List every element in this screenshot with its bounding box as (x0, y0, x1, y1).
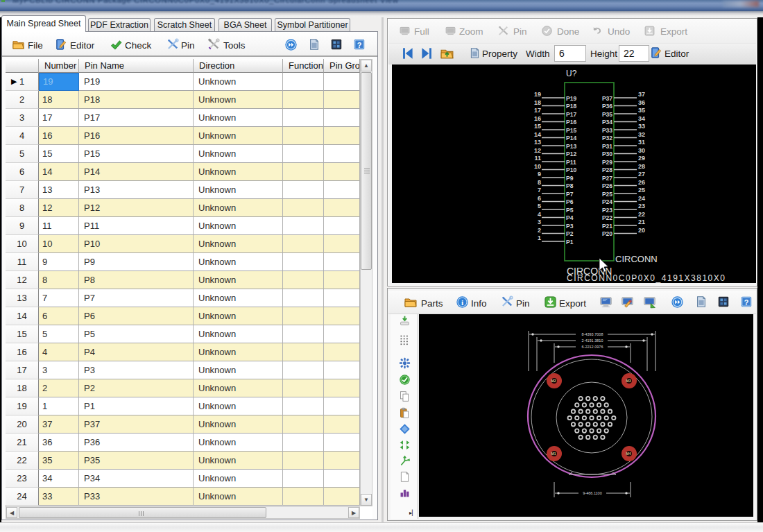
svg-text:?: ? (744, 298, 749, 307)
svg-text:15: 15 (534, 123, 541, 130)
svg-text:17: 17 (534, 107, 541, 114)
svg-text:P6: P6 (566, 198, 574, 205)
svg-text:P25: P25 (602, 191, 612, 198)
svg-text:P35: P35 (602, 111, 612, 118)
svg-text:11: 11 (534, 155, 541, 162)
svg-text:5: 5 (538, 203, 541, 209)
svg-text:P1: P1 (566, 239, 574, 246)
svg-text:20: 20 (638, 227, 645, 234)
svg-text:P9: P9 (566, 175, 574, 182)
svg-text:P21: P21 (602, 223, 612, 230)
svg-text:13: 13 (534, 139, 541, 146)
svg-text:16: 16 (534, 115, 541, 122)
svg-text:P16: P16 (566, 119, 576, 126)
svg-text:P3: P3 (566, 223, 574, 230)
svg-text:P34: P34 (602, 119, 612, 126)
svg-text:29: 29 (638, 155, 645, 162)
svg-text:4: 4 (538, 211, 541, 218)
svg-text:33: 33 (638, 123, 645, 130)
svg-text:P11: P11 (566, 159, 576, 166)
svg-text:P36: P36 (602, 103, 612, 110)
svg-text:28: 28 (638, 163, 645, 170)
svg-text:19: 19 (534, 91, 541, 98)
svg-text:14: 14 (534, 131, 541, 138)
svg-text:2-4191.3810: 2-4191.3810 (582, 338, 603, 343)
svg-text:M1: M1 (551, 452, 556, 456)
svg-text:18: 18 (534, 99, 541, 106)
svg-text:3: 3 (538, 218, 541, 225)
svg-text:36: 36 (638, 99, 645, 106)
svg-text:2: 2 (538, 227, 541, 234)
svg-text:P10: P10 (566, 166, 576, 173)
svg-text:P2: P2 (566, 230, 574, 237)
svg-text:P24: P24 (602, 198, 612, 205)
svg-text:9: 9 (538, 171, 541, 178)
svg-text:P18: P18 (566, 103, 576, 110)
svg-text:P12: P12 (566, 151, 576, 157)
svg-text:24: 24 (638, 195, 645, 202)
svg-text:30: 30 (638, 147, 645, 154)
svg-text:P26: P26 (602, 182, 612, 189)
svg-text:P33: P33 (602, 127, 612, 134)
svg-text:P13: P13 (566, 143, 576, 150)
svg-text:P30: P30 (602, 151, 612, 157)
svg-text:M2: M2 (551, 379, 556, 383)
svg-text:P7: P7 (566, 191, 574, 198)
svg-text:P17: P17 (566, 111, 576, 118)
svg-text:P5: P5 (566, 207, 574, 214)
svg-text:8-4393.7008: 8-4393.7008 (582, 332, 603, 336)
svg-text:?: ? (357, 41, 362, 49)
svg-text:25: 25 (638, 187, 645, 194)
svg-text:27: 27 (638, 171, 645, 178)
svg-text:9-466.1100: 9-466.1100 (583, 491, 601, 495)
svg-text:23: 23 (638, 203, 645, 209)
svg-text:26: 26 (638, 179, 645, 186)
svg-text:P19: P19 (566, 95, 576, 102)
svg-text:P4: P4 (566, 214, 574, 221)
svg-text:7: 7 (538, 187, 541, 194)
svg-text:P20: P20 (602, 230, 612, 237)
svg-text:10: 10 (534, 163, 541, 170)
svg-text:i: i (461, 298, 463, 307)
svg-text:35: 35 (638, 107, 645, 114)
svg-text:6-2212.0976: 6-2212.0976 (582, 345, 603, 349)
svg-text:P22: P22 (602, 214, 612, 221)
svg-text:31: 31 (638, 139, 645, 146)
svg-text:P31: P31 (602, 143, 612, 150)
svg-text:P29: P29 (602, 159, 612, 166)
svg-text:P23: P23 (602, 207, 612, 214)
svg-text:M4: M4 (626, 452, 631, 456)
svg-text:34: 34 (638, 115, 645, 122)
svg-text:P28: P28 (602, 166, 612, 173)
svg-text:P15: P15 (566, 127, 576, 134)
svg-text:37: 37 (638, 91, 645, 98)
svg-text:P37: P37 (602, 95, 612, 102)
svg-text:21: 21 (638, 218, 645, 225)
svg-text:1: 1 (538, 234, 541, 241)
svg-text:6: 6 (538, 195, 541, 202)
svg-text:CIRCONN: CIRCONN (615, 254, 658, 264)
svg-text:P8: P8 (566, 182, 574, 189)
svg-text:P27: P27 (602, 175, 612, 182)
svg-text:32: 32 (638, 131, 645, 138)
svg-text:U?: U? (566, 69, 577, 78)
svg-text:P14: P14 (566, 135, 576, 141)
svg-text:P32: P32 (602, 135, 612, 141)
svg-text:12: 12 (534, 147, 541, 154)
svg-text:8: 8 (538, 179, 541, 186)
svg-text:22: 22 (638, 211, 645, 218)
svg-text:M3: M3 (626, 379, 631, 383)
